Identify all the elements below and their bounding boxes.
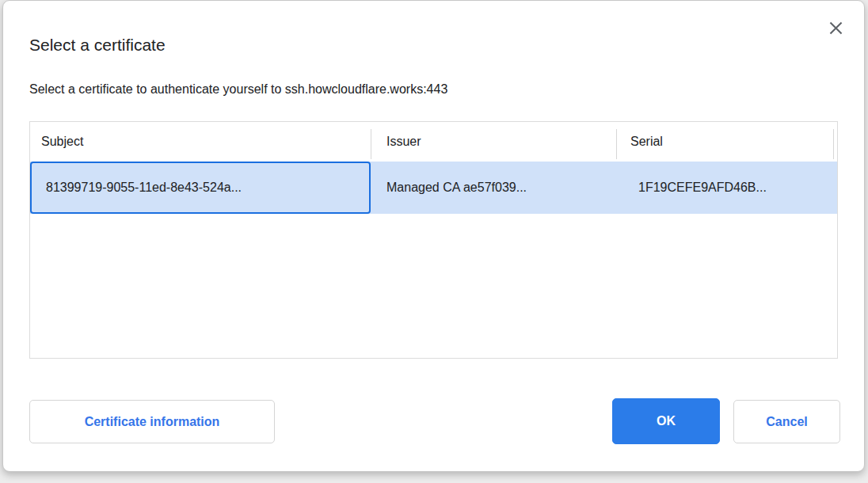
table-header-row: Subject Issuer Serial bbox=[30, 122, 837, 162]
column-divider bbox=[371, 129, 371, 159]
column-divider bbox=[833, 129, 834, 159]
column-header-subject: Subject bbox=[30, 122, 371, 162]
select-certificate-dialog: Select a certificate Select a certificat… bbox=[2, 0, 865, 472]
cancel-button[interactable]: Cancel bbox=[733, 400, 840, 443]
certificate-table: Subject Issuer Serial 81399719-9055-11ed… bbox=[29, 121, 838, 359]
close-button[interactable] bbox=[824, 17, 847, 39]
column-divider bbox=[616, 129, 617, 159]
cell-serial: 1F19CEFE9AFD46B... bbox=[616, 162, 837, 214]
cell-issuer: Managed CA ae57f039... bbox=[371, 162, 616, 214]
close-icon bbox=[828, 20, 844, 36]
column-header-issuer: Issuer bbox=[371, 122, 616, 162]
cell-subject: 81399719-9055-11ed-8e43-524a... bbox=[30, 162, 371, 214]
dialog-subtitle: Select a certificate to authenticate you… bbox=[29, 82, 447, 97]
ok-button[interactable]: OK bbox=[612, 398, 720, 444]
column-header-serial: Serial bbox=[616, 122, 837, 162]
certificate-information-button[interactable]: Certificate information bbox=[29, 400, 275, 443]
table-row[interactable]: 81399719-9055-11ed-8e43-524a... Managed … bbox=[30, 162, 837, 214]
page-title: Select a certificate bbox=[29, 36, 166, 55]
